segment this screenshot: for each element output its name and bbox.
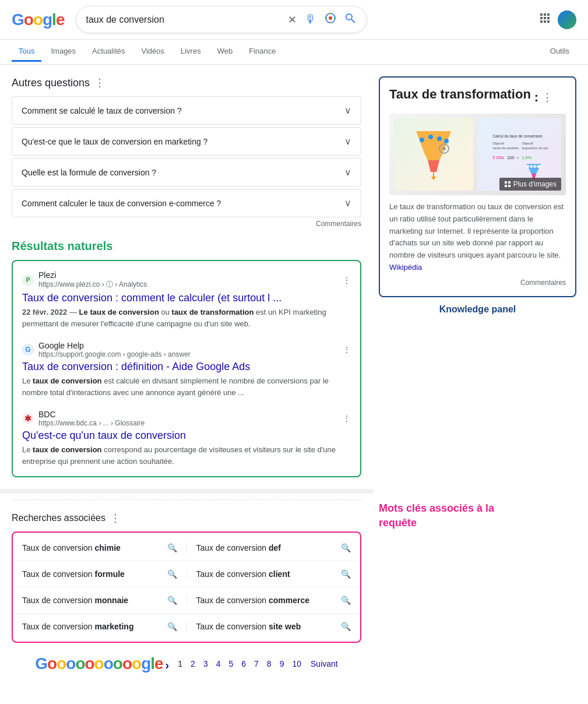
search-icon-1a: 🔍 — [167, 543, 177, 552]
result-snippet-plezi: 22 févr. 2022 — Le taux de conversion ou… — [22, 307, 351, 329]
paa-item-3[interactable]: Quelle est la formule de conversion ? ∨ — [12, 158, 361, 186]
source-dots-google[interactable]: ⋮ — [343, 345, 351, 354]
page-4[interactable]: 4 — [214, 658, 223, 670]
svg-text:vente de produits: vente de produits — [492, 146, 519, 150]
nav-item-outils[interactable]: Outils — [543, 42, 576, 62]
svg-rect-44 — [505, 181, 507, 184]
page-8[interactable]: 8 — [265, 658, 274, 670]
paa-item-1[interactable]: Comment se calculé le taux de conversion… — [12, 96, 361, 125]
svg-point-22 — [444, 139, 449, 143]
paa-chevron-4: ∨ — [344, 198, 351, 209]
related-text-2a: Taux de conversion formule — [22, 569, 125, 579]
knowledge-panel: Taux de transformation : ⋮ — [379, 76, 576, 297]
result-title-plezi[interactable]: Taux de conversion : comment le calculer… — [22, 292, 351, 304]
nav-item-images[interactable]: Images — [44, 42, 83, 62]
related-row-2: Taux de conversion formule 🔍 Taux de con… — [13, 561, 360, 587]
search-icon-4a: 🔍 — [167, 622, 177, 631]
apps-icon[interactable] — [539, 12, 551, 27]
kp-title: Taux de transformation — [389, 87, 531, 102]
nav-item-actualites[interactable]: Actualités — [85, 42, 132, 62]
page-1[interactable]: 1 — [175, 658, 185, 670]
kp-image-more-label: Plus d'images — [513, 180, 557, 188]
kp-description: Le taux de transformation ou taux de con… — [389, 201, 566, 274]
paa-item-text-2: Qu'est-ce que le taux de conversion en m… — [22, 137, 207, 146]
related-text-1b: Taux de conversion def — [196, 543, 281, 552]
related-cell-3b[interactable]: Taux de conversion commerce 🔍 — [187, 587, 361, 613]
resultats-naturels-title: Résultats naturels — [12, 240, 361, 253]
related-text-4a: Taux de conversion marketing — [22, 622, 133, 631]
favicon-bdc: ✱ — [22, 413, 34, 424]
related-title: Recherches associées — [12, 513, 105, 523]
nav-item-finance[interactable]: Finance — [242, 42, 283, 62]
related-cell-1b[interactable]: Taux de conversion def 🔍 — [187, 535, 361, 561]
paa-item-4[interactable]: Comment calculer le taux de conversion e… — [12, 189, 361, 217]
page-3[interactable]: 3 — [201, 658, 210, 670]
source-name-google: Google Help — [38, 341, 191, 350]
svg-point-43 — [539, 165, 542, 168]
header: Google ✕ 🎙 — [0, 0, 588, 40]
result-item-bdc: ✱ BDC https://www.bdc.ca › ... › Glossai… — [22, 410, 351, 467]
search-icon-2a: 🔍 — [167, 569, 177, 579]
svg-rect-11 — [540, 17, 543, 19]
paa-item-text-4: Comment calculer le taux de conversion e… — [22, 199, 221, 208]
paa-item-text-1: Comment se calculé le taux de conversion… — [22, 106, 182, 115]
svg-text:100: 100 — [507, 155, 515, 160]
related-cell-4b[interactable]: Taux de conversion site web 🔍 — [187, 614, 361, 639]
related-cell-3a[interactable]: Taux de conversion monnaie 🔍 — [13, 587, 186, 613]
search-icon-1b: 🔍 — [341, 543, 351, 552]
related-text-3b: Taux de conversion commerce — [196, 596, 310, 605]
paa-chevron-2: ∨ — [344, 136, 351, 147]
related-cell-1a[interactable]: Taux de conversion chimie 🔍 — [13, 535, 186, 561]
kp-options-icon[interactable]: ⋮ — [542, 91, 552, 104]
nav-item-videos[interactable]: Vidéos — [134, 42, 171, 62]
svg-text:1,6%: 1,6% — [522, 155, 531, 160]
result-source-google: G Google Help https://support.google.com… — [22, 341, 351, 358]
result-title-google[interactable]: Taux de conversion : définition - Aide G… — [22, 361, 351, 373]
related-cell-4a[interactable]: Taux de conversion marketing 🔍 — [13, 614, 186, 639]
search-icons: ✕ 🎙 — [287, 11, 357, 28]
page-9[interactable]: 9 — [277, 658, 287, 670]
next-button[interactable]: Suivant — [311, 659, 338, 668]
related-cell-2b[interactable]: Taux de conversion client 🔍 — [187, 561, 361, 587]
search-icon-3b: 🔍 — [341, 596, 351, 605]
source-dots-plezi[interactable]: ⋮ — [343, 276, 351, 285]
mic-icon[interactable]: 🎙 — [304, 12, 318, 27]
svg-rect-8 — [540, 13, 543, 16]
kp-image-more-button[interactable]: Plus d'images — [499, 178, 561, 191]
page-5[interactable]: 5 — [226, 658, 235, 670]
page-10[interactable]: 10 — [290, 658, 304, 670]
favicon-google: G — [22, 344, 34, 355]
svg-point-26 — [442, 147, 446, 150]
lens-icon[interactable] — [323, 11, 337, 28]
paa-title: Autres questions — [12, 77, 90, 89]
svg-point-1 — [329, 16, 332, 20]
kp-wikipedia-link[interactable]: Wikipédia — [389, 263, 422, 272]
page-2[interactable]: 2 — [188, 658, 198, 670]
paa-menu-icon[interactable]: ⋮ — [94, 76, 105, 89]
related-menu-icon[interactable]: ⋮ — [110, 512, 121, 525]
search-input[interactable] — [86, 15, 281, 25]
source-dots-bdc[interactable]: ⋮ — [343, 414, 351, 423]
source-url-plezi: https://www.plezi.co › ⓘ › Analytics — [38, 280, 147, 290]
svg-rect-46 — [505, 185, 507, 187]
search-submit-icon[interactable] — [343, 11, 357, 28]
nav-item-web[interactable]: Web — [210, 42, 240, 62]
nav-item-livres[interactable]: Livres — [174, 42, 208, 62]
svg-point-20 — [428, 135, 433, 139]
related-cell-2a[interactable]: Taux de conversion formule 🔍 — [13, 561, 186, 587]
source-url-bdc: https://www.bdc.ca › ... › Glossaire — [38, 419, 145, 427]
svg-point-6 — [346, 14, 352, 20]
paa-item-2[interactable]: Qu'est-ce que le taux de conversion en m… — [12, 127, 361, 156]
result-title-bdc[interactable]: Qu'est-ce qu'un taux de conversion — [22, 430, 351, 442]
page-6[interactable]: 6 — [239, 658, 248, 670]
related-text-3a: Taux de conversion monnaie — [22, 596, 128, 605]
results-box: P Plezi https://www.plezi.co › ⓘ › Analy… — [12, 260, 361, 477]
clear-icon[interactable]: ✕ — [287, 12, 298, 27]
svg-marker-17 — [416, 131, 451, 160]
kp-title-suffix: : — [534, 90, 538, 105]
avatar[interactable] — [558, 10, 576, 29]
related-row-1: Taux de conversion chimie 🔍 Taux de conv… — [13, 535, 360, 561]
page-7[interactable]: 7 — [252, 658, 261, 670]
result-item-google: G Google Help https://support.google.com… — [22, 341, 351, 398]
nav-item-tous[interactable]: Tous — [12, 42, 41, 62]
